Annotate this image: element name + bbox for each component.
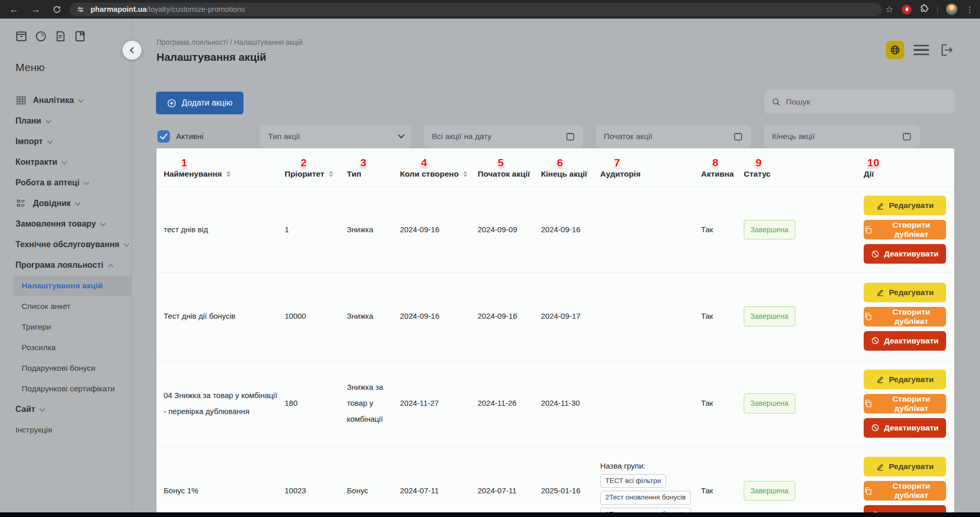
sidebar-collapse-button[interactable] [122, 41, 142, 60]
deactivate-button[interactable]: Деактивувати [864, 331, 946, 351]
chevron-down-icon [45, 117, 51, 123]
url-text[interactable]: pharmapoint.ua/loyalty/customize-promoti… [91, 5, 245, 13]
calendar-icon [733, 131, 743, 142]
sidebar-item-label: Подарункові бонуси [22, 364, 95, 373]
sidebar-item-analytics[interactable]: Аналітика [0, 90, 131, 111]
sidebar-item-plans[interactable]: Плани [0, 111, 131, 131]
deactivate-button[interactable]: Деактивувати [864, 244, 946, 264]
archive-icon[interactable] [15, 30, 28, 43]
all-on-date-label: Всі акції на дату [432, 132, 492, 141]
cell-start: 2024-09-09 [478, 222, 541, 238]
copy-icon [864, 312, 872, 321]
cell-name: Тест днів дії бонусів [164, 308, 285, 324]
sidebar-item-site[interactable]: Сайт [0, 399, 131, 420]
sidebar-item-triggers[interactable]: Тригери [0, 317, 131, 337]
active-filter-checkbox[interactable]: Активні [157, 125, 203, 148]
pencil-icon [876, 288, 885, 297]
sidebar-item-label: Аналітика [33, 96, 74, 105]
column-header-created[interactable]: 4 Коли створено [400, 148, 478, 186]
sidebar-item-maintenance[interactable]: Технічне обслуговування [0, 234, 131, 255]
sidebar-item-contracts[interactable]: Контракти [0, 152, 131, 173]
duplicate-button[interactable]: Створити дублікат [864, 307, 946, 326]
cell-start: 2024-09-16 [478, 308, 541, 324]
status-badge: Завершена [744, 220, 795, 240]
column-header-name[interactable]: 1 Найменування [164, 148, 285, 186]
annotation-mark-6: 6 [557, 157, 600, 168]
browser-reload-icon[interactable] [52, 5, 61, 14]
cell-start: 2024-07-11 [478, 483, 541, 499]
browser-forward-icon[interactable]: → [31, 5, 40, 14]
edit-button[interactable]: Редагувати [864, 196, 946, 215]
annotation-mark-10: 10 [867, 157, 946, 168]
search-input[interactable] [786, 97, 948, 107]
sort-icon[interactable] [463, 171, 467, 178]
block-icon [871, 423, 880, 432]
sidebar-item-import[interactable]: Імпорт [0, 131, 131, 152]
add-promotion-button[interactable]: Додати акцію [156, 92, 243, 114]
document-icon[interactable] [54, 30, 67, 43]
end-date-label: Кінець акції [772, 132, 815, 141]
browser-menu-icon[interactable]: ⋮ [966, 5, 974, 14]
sidebar-item-customize-promotions[interactable]: Налаштування акцій [13, 275, 131, 296]
address-bar[interactable]: pharmapoint.ua/loyalty/customize-promoti… [69, 3, 882, 16]
browser-back-icon[interactable]: ← [9, 5, 19, 14]
annotation-mark-5: 5 [498, 157, 541, 168]
start-date-label: Початок акції [604, 132, 652, 141]
chevron-up-icon [108, 264, 113, 269]
column-header-priority[interactable]: 2 Пріоритет [285, 148, 347, 186]
cell-end: 2024-09-17 [541, 308, 600, 324]
extensions-puzzle-icon[interactable] [920, 4, 929, 15]
language-globe-button[interactable] [886, 41, 904, 59]
sort-icon[interactable] [226, 171, 231, 178]
book-icon[interactable] [74, 30, 86, 43]
status-badge: Завершена [744, 481, 795, 501]
sidebar-item-label: Сайт [15, 405, 35, 414]
sort-icon[interactable] [329, 171, 333, 178]
cell-active: Так [701, 483, 744, 499]
promotion-type-select[interactable]: Тип акції [260, 125, 411, 148]
duplicate-button[interactable]: Створити дублікат [864, 220, 946, 239]
adblock-extension-icon[interactable] [902, 5, 912, 14]
site-settings-icon[interactable] [77, 6, 84, 13]
logout-icon[interactable] [938, 42, 954, 58]
duplicate-button[interactable]: Створити дублікат [864, 394, 946, 413]
url-domain: pharmapoint.ua [91, 5, 147, 13]
cell-priority: 1 [285, 222, 347, 238]
sidebar-item-label: Імпорт [15, 137, 43, 146]
edit-button[interactable]: Редагувати [864, 283, 946, 302]
cell-created: 2024-09-16 [400, 308, 478, 324]
start-date-field[interactable]: Початок акції [596, 125, 751, 148]
pie-chart-icon[interactable] [34, 30, 47, 43]
sidebar-item-instruction[interactable]: Інструкція [0, 420, 131, 440]
cell-end: 2024-09-16 [541, 222, 600, 238]
audience-tag: ТЕСТ всі фільтри [600, 474, 666, 488]
hamburger-menu-icon[interactable] [914, 45, 929, 56]
chevron-down-icon [124, 241, 129, 247]
browser-chrome: ← → pharmapoint.ua/loyalty/customize-pro… [0, 0, 980, 19]
sidebar-item-gift-bonuses[interactable]: Подарункові бонуси [0, 358, 131, 378]
edit-button[interactable]: Редагувати [864, 370, 946, 389]
end-date-field[interactable]: Кінець акції [764, 125, 920, 148]
sidebar-item-directory[interactable]: Довідник [0, 193, 131, 214]
duplicate-button[interactable]: Створити дублікат [864, 481, 946, 501]
plus-circle-icon [167, 98, 177, 108]
browser-profile-avatar[interactable] [946, 4, 957, 15]
sidebar-item-label: Довідник [33, 199, 71, 208]
annotation-mark-1: 1 [181, 157, 285, 168]
sidebar-item-goods-order[interactable]: Замовлення товару [0, 214, 131, 234]
sidebar-item-gift-certificates[interactable]: Подарункові сертифікати [0, 378, 131, 399]
deactivate-button[interactable]: Деактивувати [864, 418, 946, 438]
sidebar-item-pharmacy-work[interactable]: Робота в аптеці [0, 173, 131, 193]
all-promotions-on-date-field[interactable]: Всі акції на дату [424, 125, 583, 148]
cell-end: 2025-01-16 [541, 483, 600, 499]
search-box[interactable] [764, 90, 955, 114]
edit-button[interactable]: Редагувати [864, 457, 946, 476]
chevron-down-icon [40, 406, 45, 411]
sidebar-item-label: Технічне обслуговування [15, 240, 119, 249]
sidebar-item-loyalty-program[interactable]: Програма лояльності [0, 255, 131, 275]
sidebar-item-mailing[interactable]: Розсилка [0, 337, 131, 358]
deactivate-button[interactable]: Деактивувати [864, 505, 946, 512]
bookmark-star-icon[interactable]: ☆ [885, 4, 894, 15]
sidebar-item-questionnaires[interactable]: Список анкет [0, 296, 131, 317]
checkbox-checked-icon[interactable] [157, 130, 170, 143]
